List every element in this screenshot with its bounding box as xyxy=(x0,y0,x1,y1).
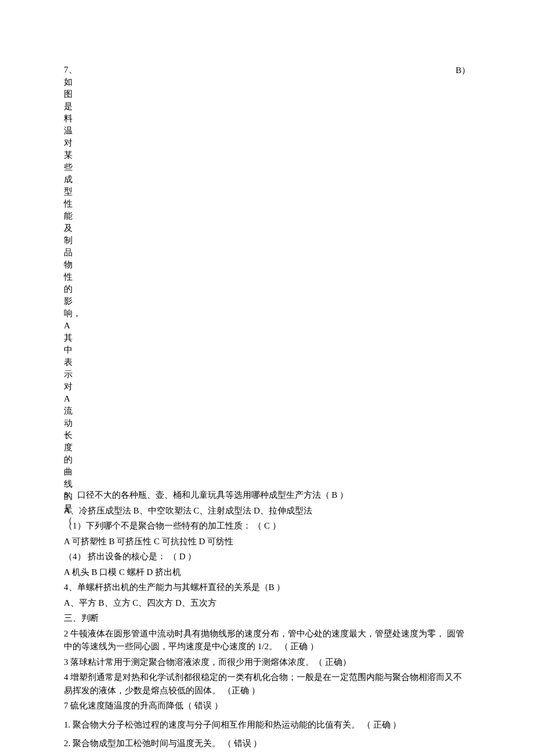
q4: 4、单螺杆挤出机的生产能力与其螺杆直径的关系是（B ） xyxy=(64,581,470,594)
q8: 8、口径不大的各种瓶、壶、桶和儿童玩具等选用哪种成型生产方法（ B ） xyxy=(64,489,470,502)
mid-block: 8、口径不大的各种瓶、壶、桶和儿童玩具等选用哪种成型生产方法（ B ） A、冷挤… xyxy=(64,489,470,712)
j2: 2 牛顿液体在圆形管道中流动时具有抛物线形的速度分布，管中心处的速度最大，管壁处… xyxy=(64,627,470,653)
q-sub4: （4） 挤出设备的核心是： （ D ） xyxy=(64,550,470,563)
section-3-header: 三、判断 xyxy=(64,612,470,625)
q-sub4-options: A 机头 B 口模 C 螺杆 D 挤出机 xyxy=(64,566,470,579)
list-block: 1. 聚合物大分子松弛过程的速度与分子间相互作用能和热运动能的比值有关。 （ 正… xyxy=(64,718,470,757)
q-sub1-options: A 可挤塑性 B 可挤压性 C 可抗拉性 D 可纺性 xyxy=(64,535,470,548)
j4: 4 增塑剂通常是对热和化学试剂都很稳定的一类有机化合物；一般是在一定范围内能与聚… xyxy=(64,671,470,697)
q7-vertical-text: 7、如图是料温对某些成型性能及制品物性的影响，A其中表示对A流动长度的曲线的是（ xyxy=(64,64,73,527)
q8-options: A、冷挤压成型法 B、中空吹塑法 C、注射成型法 D、拉伸成型法 xyxy=(64,504,470,518)
j3: 3 落球粘计常用于测定聚合物溶液浓度，而很少用于测熔体浓度。（ 正确） xyxy=(64,656,470,669)
q7-row: 7、如图是料温对某些成型性能及制品物性的影响，A其中表示对A流动长度的曲线的是（… xyxy=(64,64,470,527)
q-sub1: （1）下列哪个不是聚合物一些特有的加工性质： （ C ） xyxy=(64,519,470,533)
q4-options: A、平方 B、立方 C、四次方 D、五次方 xyxy=(64,596,470,610)
item2: 2. 聚合物成型加工松弛时间与温度无关。 （ 错误 ） xyxy=(64,737,470,750)
j7: 7 硫化速度随温度的升高而降低（ 错误 ） xyxy=(64,699,470,712)
item1: 1. 聚合物大分子松弛过程的速度与分子间相互作用能和热运动能的比值有关。 （ 正… xyxy=(64,718,470,732)
q7-answer: B） xyxy=(456,64,470,77)
